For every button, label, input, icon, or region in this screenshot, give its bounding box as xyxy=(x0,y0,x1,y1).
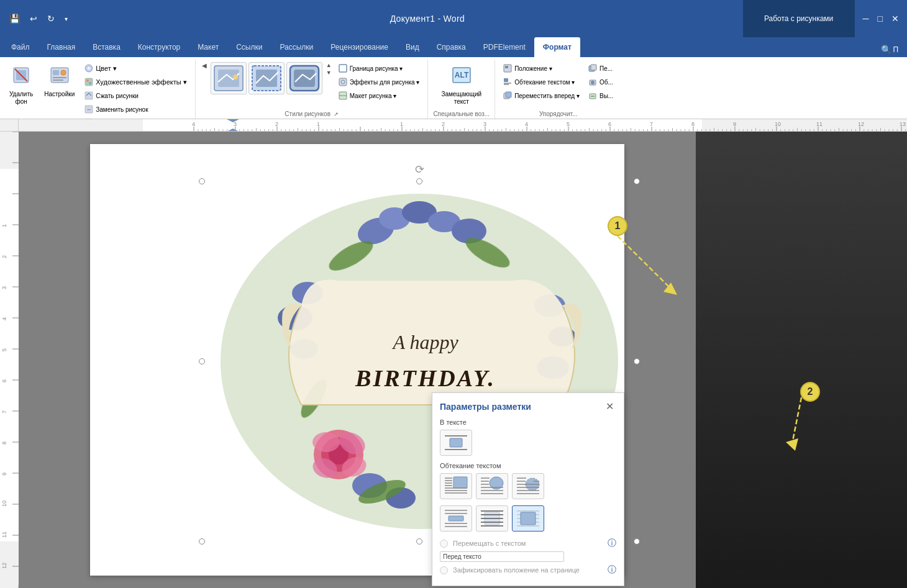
ob-button[interactable]: Об... xyxy=(585,76,616,88)
alt-text-button[interactable]: ALT Замещающийтекст xyxy=(437,62,486,109)
handle-bl[interactable] xyxy=(199,538,205,545)
radio-move-with-text: Перемещать с текстом ⓘ xyxy=(440,538,616,549)
layout-button[interactable]: Макет рисунка ▾ xyxy=(335,89,423,102)
position-button[interactable]: Положение ▾ xyxy=(500,62,583,75)
layout-options-panel: Параметры разметки ✕ В тексте xyxy=(432,392,624,586)
styles-scroll-down[interactable]: ▼ xyxy=(326,70,332,76)
ribbon-group-change: Удалитьфон Настройки Цвет ▾ Художественн… xyxy=(0,60,196,119)
delete-bg-icon xyxy=(11,65,31,89)
bring-forward-button[interactable]: Переместить вперед ▾ xyxy=(500,89,583,102)
ribbon-styles-content: ◀ ▲ ▼ xyxy=(201,62,423,109)
tab-design[interactable]: Конструктор xyxy=(129,37,189,57)
ribbon-group-arrange: Положение ▾ Обтекание текстом ▾ Перемест… xyxy=(495,60,621,119)
radio-fix-label: Зафиксировать положение на странице xyxy=(453,566,580,574)
tab-insert[interactable]: Вставка xyxy=(84,37,129,57)
wrap-square-btn[interactable] xyxy=(440,473,472,499)
document-title: Документ1 - Word xyxy=(112,14,743,24)
panel-title: Параметры разметки xyxy=(440,402,531,412)
inline-btn[interactable] xyxy=(440,430,472,456)
document-title-text: Документ1 - Word xyxy=(390,14,465,24)
arrange-col-2: Пе... Об... Вы... xyxy=(585,62,616,102)
panel-close-button[interactable]: ✕ xyxy=(603,400,616,412)
wrap-options-row1 xyxy=(440,473,616,499)
handle-br[interactable] xyxy=(634,538,640,545)
svg-text:ALT: ALT xyxy=(455,71,469,79)
close-button[interactable]: ✕ xyxy=(888,11,902,26)
section-label: Работа с рисунками xyxy=(743,0,855,37)
side-panel xyxy=(696,132,907,588)
quick-access-more-button[interactable]: ▾ xyxy=(62,13,71,25)
minimize-button[interactable]: ─ xyxy=(860,11,872,26)
wrap-through-btn[interactable] xyxy=(512,473,544,499)
side-bg xyxy=(696,132,907,588)
tab-layout[interactable]: Макет xyxy=(189,37,227,57)
border-button[interactable]: Граница рисунка ▾ xyxy=(335,62,423,75)
tab-review[interactable]: Рецензирование xyxy=(322,37,397,57)
svg-point-19 xyxy=(233,75,238,79)
styles-list xyxy=(211,62,322,94)
tab-references[interactable]: Ссылки xyxy=(227,37,271,57)
svg-text:↔: ↔ xyxy=(86,107,91,112)
section2-label: Обтекание текстом xyxy=(440,462,616,469)
ribbon-tabs: Файл Главная Вставка Конструктор Макет С… xyxy=(0,37,907,57)
section1-label: В тексте xyxy=(440,418,616,426)
rotate-handle[interactable]: ⟳ xyxy=(414,163,424,173)
wrap-tight-btn[interactable] xyxy=(476,473,508,499)
image-style-1[interactable] xyxy=(211,62,247,94)
image-style-2[interactable] xyxy=(248,62,285,94)
ruler-corner xyxy=(0,119,19,132)
delete-bg-button[interactable]: Удалитьфон xyxy=(5,62,37,109)
ribbon-group-special: ALT Замещающийтекст Специальные воз... xyxy=(428,60,495,119)
ribbon-arrange-content: Положение ▾ Обтекание текстом ▾ Перемест… xyxy=(500,62,616,109)
undo-button[interactable]: ↩ xyxy=(27,11,40,26)
tab-mailings[interactable]: Рассылки xyxy=(271,37,322,57)
maximize-button[interactable]: □ xyxy=(875,11,886,26)
handle-ml[interactable] xyxy=(199,358,205,364)
compress-button[interactable]: Сжать рисунки xyxy=(81,89,190,102)
document-area[interactable]: ⟳ xyxy=(19,132,696,588)
wrap-topbottom-btn[interactable] xyxy=(440,505,472,531)
ribbon-content: Удалитьфон Настройки Цвет ▾ Художественн… xyxy=(0,57,907,119)
radio-fix-input[interactable] xyxy=(440,566,448,574)
svg-rect-24 xyxy=(339,65,347,72)
info-icon-1[interactable]: ⓘ xyxy=(608,538,616,549)
svg-rect-37 xyxy=(506,92,511,97)
styles-scroll-up[interactable]: ▲ xyxy=(326,62,332,68)
effects-button[interactable]: Эффекты для рисунка ▾ xyxy=(335,76,423,88)
settings-button[interactable]: Настройки xyxy=(40,62,79,101)
handle-tr[interactable] xyxy=(634,178,640,184)
tab-format[interactable]: Формат xyxy=(534,37,580,57)
svg-rect-39 xyxy=(591,65,596,70)
tab-help[interactable]: Справка xyxy=(428,37,475,57)
styles-scroll-left[interactable]: ◀ xyxy=(202,62,207,69)
wrap-text-button[interactable]: Обтекание текстом ▾ xyxy=(500,76,583,88)
handle-mr[interactable] xyxy=(634,358,640,364)
search-tab[interactable]: 🔍 П xyxy=(875,42,905,57)
redo-button[interactable]: ↻ xyxy=(44,11,58,26)
tab-file[interactable]: Файл xyxy=(2,37,39,57)
radio-move-input[interactable] xyxy=(440,540,448,548)
ribbon-col-border: Граница рисунка ▾ Эффекты для рисунка ▾ … xyxy=(335,62,423,102)
wrap-before-btn[interactable] xyxy=(512,505,544,531)
tab-pdfelement[interactable]: PDFElement xyxy=(475,37,534,57)
art-effects-button[interactable]: Художественные эффекты ▾ xyxy=(81,76,190,88)
horizontal-ruler xyxy=(19,119,907,132)
settings-icon xyxy=(50,65,70,89)
handle-tc[interactable] xyxy=(416,178,422,184)
change-picture-button[interactable]: ↔ Заменить рисунок xyxy=(81,103,190,115)
handle-tl[interactable] xyxy=(199,178,205,184)
vy-button[interactable]: Вы... xyxy=(585,89,616,102)
pe-button[interactable]: Пе... xyxy=(585,62,616,75)
panel-header: Параметры разметки ✕ xyxy=(440,400,616,412)
group-arrange-label: Упорядочит... xyxy=(539,109,578,119)
image-style-3[interactable] xyxy=(286,62,322,94)
wrap-behind-btn[interactable] xyxy=(476,505,508,531)
ribbon-special-content: ALT Замещающийтекст xyxy=(437,62,486,109)
handle-bc[interactable] xyxy=(416,538,422,545)
save-button[interactable]: 💾 xyxy=(6,11,23,26)
color-button[interactable]: Цвет ▾ xyxy=(81,62,190,75)
tab-home[interactable]: Главная xyxy=(39,37,84,57)
section-label-text: Работа с рисунками xyxy=(764,14,833,23)
tab-view[interactable]: Вид xyxy=(397,37,428,57)
info-icon-2[interactable]: ⓘ xyxy=(608,564,616,576)
